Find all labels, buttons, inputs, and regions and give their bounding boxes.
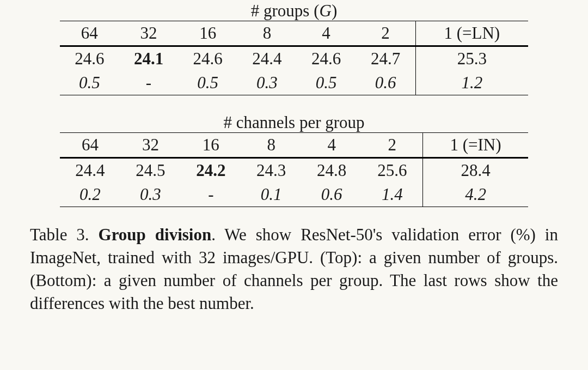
table-groups: # groups (G) 64 32 16 8 4 2 1 (=LN) 24.6… <box>60 0 528 95</box>
t2-f5: 1.4 <box>362 183 423 207</box>
table-2-diff-row: 0.2 0.3 - 0.1 0.6 1.4 4.2 <box>60 183 528 207</box>
t2-f1: 0.3 <box>120 183 181 207</box>
t1-f6: 1.2 <box>415 71 528 95</box>
spacer <box>30 95 558 111</box>
t2-d6: 28.4 <box>423 158 528 183</box>
table-2-header-row: 64 32 16 8 4 2 1 (=IN) <box>60 133 528 158</box>
table-1-diff-row: 0.5 - 0.5 0.3 0.5 0.6 1.2 <box>60 71 528 95</box>
t2-f4: 0.6 <box>302 183 362 207</box>
t1-d5: 24.7 <box>356 46 415 71</box>
title1-g: G <box>320 1 332 20</box>
t1-f4: 0.5 <box>297 71 356 95</box>
t1-f2: 0.5 <box>178 71 237 95</box>
t1-h4: 4 <box>297 21 356 46</box>
t1-d6: 25.3 <box>415 46 528 71</box>
t2-h1: 32 <box>120 133 181 158</box>
t1-f1: - <box>119 71 179 95</box>
t2-f6: 4.2 <box>423 183 528 207</box>
title1-prefix: # groups ( <box>251 1 320 20</box>
t2-f3: 0.1 <box>241 183 302 207</box>
t2-d0: 24.4 <box>60 158 120 183</box>
table-1-title-row: # groups (G) <box>60 0 528 21</box>
t1-f3: 0.3 <box>237 71 297 95</box>
t1-d0: 24.6 <box>60 46 119 71</box>
t1-f5: 0.6 <box>356 71 415 95</box>
t2-d5: 25.6 <box>362 158 423 183</box>
t1-h3: 8 <box>237 21 297 46</box>
title1-suffix: ) <box>332 1 337 20</box>
t1-h1: 32 <box>119 21 179 46</box>
t2-h0: 64 <box>60 133 120 158</box>
t1-h6: 1 (=LN) <box>415 21 528 46</box>
t1-h0: 64 <box>60 21 119 46</box>
t1-d2: 24.6 <box>178 46 237 71</box>
t2-d1: 24.5 <box>120 158 181 183</box>
table-2-title-row: # channels per group <box>60 111 528 133</box>
table-1-title: # groups (G) <box>60 0 528 21</box>
t1-h2: 16 <box>178 21 237 46</box>
t2-d3: 24.3 <box>241 158 302 183</box>
t1-d4: 24.6 <box>297 46 356 71</box>
t2-h3: 8 <box>241 133 302 158</box>
t1-d3: 24.4 <box>237 46 297 71</box>
t2-h4: 4 <box>302 133 362 158</box>
t2-f2: - <box>181 183 241 207</box>
t2-d2: 24.2 <box>181 158 241 183</box>
caption-title: Group division <box>99 225 212 244</box>
table-1-header-row: 64 32 16 8 4 2 1 (=LN) <box>60 21 528 46</box>
t2-h5: 2 <box>362 133 423 158</box>
table-1-wrap: # groups (G) 64 32 16 8 4 2 1 (=LN) 24.6… <box>60 0 528 95</box>
table-2-data-row: 24.4 24.5 24.2 24.3 24.8 25.6 28.4 <box>60 158 528 183</box>
t2-f0: 0.2 <box>60 183 120 207</box>
t1-h5: 2 <box>356 21 415 46</box>
t2-d4: 24.8 <box>302 158 362 183</box>
table-1-data-row: 24.6 24.1 24.6 24.4 24.6 24.7 25.3 <box>60 46 528 71</box>
table-2-title: # channels per group <box>60 111 528 133</box>
paper-figure: # groups (G) 64 32 16 8 4 2 1 (=LN) 24.6… <box>0 0 588 370</box>
t2-h6: 1 (=IN) <box>423 133 528 158</box>
t1-d1: 24.1 <box>119 46 179 71</box>
table-caption: Table 3. Group division. We show ResNet-… <box>30 223 558 314</box>
t1-f0: 0.5 <box>60 71 119 95</box>
table-channels: # channels per group 64 32 16 8 4 2 1 (=… <box>60 111 528 207</box>
caption-lead: Table 3. <box>30 225 99 244</box>
t2-h2: 16 <box>181 133 241 158</box>
table-2-wrap: # channels per group 64 32 16 8 4 2 1 (=… <box>60 111 528 207</box>
